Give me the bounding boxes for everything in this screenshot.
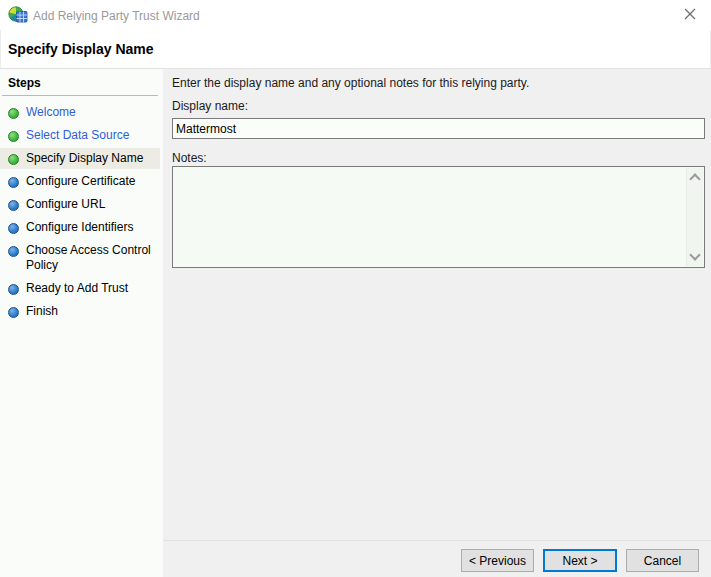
page-instructions: Enter the display name and any optional … <box>172 76 705 90</box>
green-dot-icon <box>8 154 19 165</box>
step-label: Ready to Add Trust <box>26 281 128 295</box>
next-button[interactable]: Next > <box>543 549 617 572</box>
blue-dot-icon <box>8 246 19 257</box>
steps-sidebar: Steps WelcomeSelect Data SourceSpecify D… <box>0 69 163 577</box>
blue-dot-icon <box>8 200 19 211</box>
close-icon[interactable] <box>681 5 699 23</box>
sidebar-step-welcome[interactable]: Welcome <box>0 102 160 123</box>
step-label: Finish <box>26 304 58 318</box>
wizard-page-content: Enter the display name and any optional … <box>163 69 711 577</box>
blue-dot-icon <box>8 223 19 234</box>
steps-heading: Steps <box>0 69 160 95</box>
chevron-down-icon[interactable] <box>689 249 700 260</box>
step-label: Choose Access Control Policy <box>26 243 151 272</box>
sidebar-step-select-data-source[interactable]: Select Data Source <box>0 125 160 146</box>
page-title: Specify Display Name <box>8 41 154 57</box>
blue-dot-icon <box>8 177 19 188</box>
sidebar-step-configure-identifiers: Configure Identifiers <box>0 217 160 238</box>
notes-textarea[interactable] <box>174 168 686 266</box>
previous-button[interactable]: < Previous <box>461 549 534 572</box>
wizard-window: Add Relying Party Trust Wizard Specify D… <box>0 0 711 577</box>
sidebar-step-configure-certificate: Configure Certificate <box>0 171 160 192</box>
title-bar: Add Relying Party Trust Wizard <box>0 0 711 30</box>
sidebar-step-choose-access-control-policy: Choose Access Control Policy <box>0 240 160 276</box>
step-label: Configure Certificate <box>26 174 135 188</box>
green-dot-icon <box>8 131 19 142</box>
sidebar-step-specify-display-name: Specify Display Name <box>0 148 160 169</box>
sidebar-step-ready-to-add-trust: Ready to Add Trust <box>0 278 160 299</box>
wizard-button-bar: < Previous Next > Cancel <box>163 540 711 577</box>
step-label: Select Data Source <box>26 128 129 142</box>
step-label: Configure URL <box>26 197 105 211</box>
notes-label: Notes: <box>172 151 207 165</box>
step-label: Configure Identifiers <box>26 220 133 234</box>
blue-dot-icon <box>8 284 19 295</box>
window-title: Add Relying Party Trust Wizard <box>33 9 200 23</box>
step-label: Specify Display Name <box>26 151 143 165</box>
green-dot-icon <box>8 108 19 119</box>
adfs-wizard-icon <box>8 5 28 25</box>
chevron-up-icon[interactable] <box>689 173 700 184</box>
cancel-button[interactable]: Cancel <box>626 549 699 572</box>
notes-scrollbar[interactable] <box>686 168 703 266</box>
steps-list: WelcomeSelect Data SourceSpecify Display… <box>0 102 160 322</box>
step-label: Welcome <box>26 105 76 119</box>
display-name-input[interactable] <box>172 118 705 139</box>
sidebar-step-configure-url: Configure URL <box>0 194 160 215</box>
display-name-label: Display name: <box>172 99 248 113</box>
steps-heading-rule <box>2 95 158 96</box>
notes-field-frame <box>172 166 705 268</box>
sidebar-step-finish: Finish <box>0 301 160 322</box>
blue-dot-icon <box>8 307 19 318</box>
